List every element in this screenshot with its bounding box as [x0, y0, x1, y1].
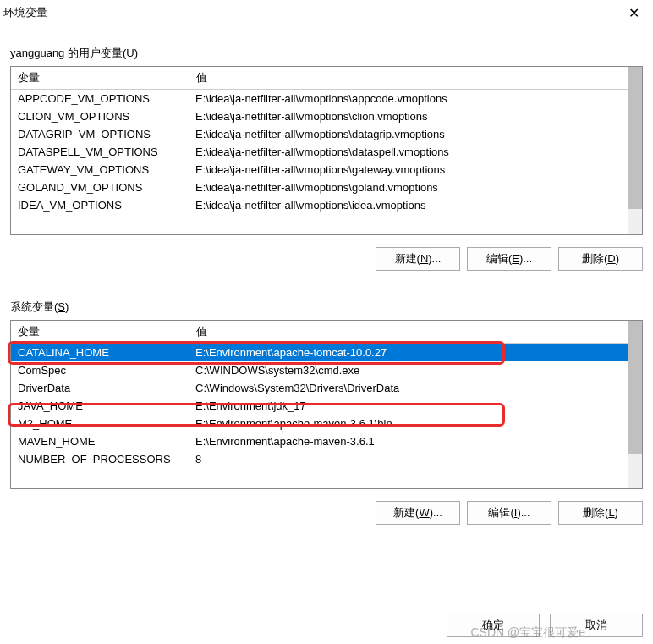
cell-var: GOLAND_VM_OPTIONS: [11, 179, 189, 196]
cell-val: E:\Environment\apache-maven-3.6.1: [189, 432, 628, 450]
table-row[interactable]: DATAGRIP_VM_OPTIONSE:\idea\ja-netfilter-…: [11, 125, 628, 143]
cell-var: JAVA_HOME: [11, 397, 189, 415]
scrollbar[interactable]: [628, 67, 642, 234]
cell-val: C:\WINDOWS\system32\cmd.exe: [189, 361, 628, 379]
user-new-button[interactable]: 新建(N)...: [376, 247, 460, 271]
cell-val: E:\Environment\jdk_17: [189, 397, 628, 415]
table-row[interactable]: JAVA_HOMEE:\Environment\jdk_17: [11, 397, 628, 415]
user-edit-button[interactable]: 编辑(E)...: [467, 247, 551, 271]
cell-var: CATALINA_HOME: [11, 344, 189, 362]
sys-vars-table[interactable]: 变量 值 CATALINA_HOMEE:\Environment\apache-…: [10, 320, 643, 489]
cell-val: E:\idea\ja-netfilter-all\vmoptions\datas…: [189, 143, 628, 161]
cell-val: E:\Environment\apache-maven-3.6.1\bin: [189, 415, 628, 432]
cell-val: E:\idea\ja-netfilter-all\vmoptions\golan…: [189, 179, 628, 196]
table-row[interactable]: M2_HOMEE:\Environment\apache-maven-3.6.1…: [11, 415, 628, 432]
table-row[interactable]: GATEWAY_VM_OPTIONSE:\idea\ja-netfilter-a…: [11, 161, 628, 179]
table-row[interactable]: CLION_VM_OPTIONSE:\idea\ja-netfilter-all…: [11, 107, 628, 125]
cell-val: E:\idea\ja-netfilter-all\vmoptions\datag…: [189, 125, 628, 143]
table-row[interactable]: NUMBER_OF_PROCESSORS8: [11, 450, 628, 468]
sys-delete-button[interactable]: 删除(L): [558, 501, 643, 525]
cell-var: DATASPELL_VM_OPTIONS: [11, 143, 189, 161]
close-icon[interactable]: ✕: [622, 3, 646, 23]
cell-val: C:\Windows\System32\Drivers\DriverData: [189, 379, 628, 397]
titlebar: 环境变量 ✕: [0, 0, 653, 25]
cell-val: E:\idea\ja-netfilter-all\vmoptions\gatew…: [189, 161, 628, 179]
cell-var: ComSpec: [11, 361, 189, 379]
sys-edit-button[interactable]: 编辑(I)...: [467, 501, 551, 525]
scrollbar[interactable]: [628, 321, 642, 488]
sys-new-button[interactable]: 新建(W)...: [376, 501, 460, 525]
user-delete-button[interactable]: 删除(D): [558, 247, 643, 271]
cell-var: IDEA_VM_OPTIONS: [11, 196, 189, 214]
cell-val: E:\Environment\apache-tomcat-10.0.27: [189, 344, 628, 362]
cell-var: DATAGRIP_VM_OPTIONS: [11, 125, 189, 143]
cell-var: NUMBER_OF_PROCESSORS: [11, 450, 189, 468]
col-header-val[interactable]: 值: [189, 67, 628, 90]
cell-var: GATEWAY_VM_OPTIONS: [11, 161, 189, 179]
cell-var: DriverData: [11, 379, 189, 397]
col-header-var[interactable]: 变量: [11, 321, 189, 344]
col-header-var[interactable]: 变量: [11, 67, 189, 90]
table-row[interactable]: APPCODE_VM_OPTIONSE:\idea\ja-netfilter-a…: [11, 90, 628, 108]
table-row[interactable]: GOLAND_VM_OPTIONSE:\idea\ja-netfilter-al…: [11, 179, 628, 196]
dialog-title: 环境变量: [3, 5, 47, 20]
table-row[interactable]: DATASPELL_VM_OPTIONSE:\idea\ja-netfilter…: [11, 143, 628, 161]
cell-val: E:\idea\ja-netfilter-all\vmoptions\clion…: [189, 107, 628, 125]
table-row[interactable]: MAVEN_HOMEE:\Environment\apache-maven-3.…: [11, 432, 628, 450]
col-header-val[interactable]: 值: [189, 321, 628, 344]
table-row[interactable]: IDEA_VM_OPTIONSE:\idea\ja-netfilter-all\…: [11, 196, 628, 214]
user-vars-table[interactable]: 变量 值 APPCODE_VM_OPTIONSE:\idea\ja-netfil…: [10, 66, 643, 235]
user-vars-label: yangguang 的用户变量(U): [10, 46, 643, 61]
cell-var: MAVEN_HOME: [11, 432, 189, 450]
table-row[interactable]: CATALINA_HOMEE:\Environment\apache-tomca…: [11, 344, 628, 362]
watermark: CSDN @宝宝很可爱e: [470, 625, 585, 641]
table-row[interactable]: ComSpecC:\WINDOWS\system32\cmd.exe: [11, 361, 628, 379]
cell-val: E:\idea\ja-netfilter-all\vmoptions\appco…: [189, 90, 628, 108]
cell-var: APPCODE_VM_OPTIONS: [11, 90, 189, 108]
sys-vars-label: 系统变量(S): [10, 300, 643, 315]
cell-var: CLION_VM_OPTIONS: [11, 107, 189, 125]
cell-val: E:\idea\ja-netfilter-all\vmoptions\idea.…: [189, 196, 628, 214]
table-row[interactable]: DriverDataC:\Windows\System32\Drivers\Dr…: [11, 379, 628, 397]
cell-val: 8: [189, 450, 628, 468]
cell-var: M2_HOME: [11, 415, 189, 432]
